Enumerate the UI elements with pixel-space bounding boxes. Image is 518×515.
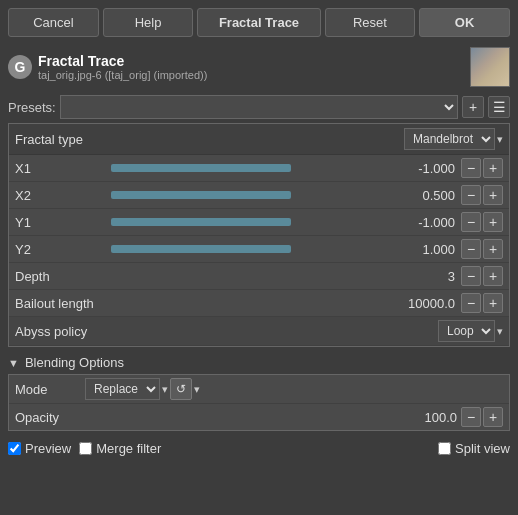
ok-button[interactable]: OK: [419, 8, 510, 37]
abyss-label: Abyss policy: [15, 324, 438, 339]
preview-checkbox[interactable]: [8, 442, 21, 455]
toolbar: Cancel Help Fractal Trace Reset OK: [0, 0, 518, 43]
presets-row: Presets: + ☰: [0, 91, 518, 123]
x1-minus-button[interactable]: −: [461, 158, 481, 178]
fractal-type-label: Fractal type: [15, 132, 404, 147]
bailout-minus-button[interactable]: −: [461, 293, 481, 313]
x2-value: 0.500: [297, 188, 461, 203]
split-view-label[interactable]: Split view: [438, 441, 510, 456]
y1-row: Y1 -1.000 − +: [9, 209, 509, 236]
cancel-button[interactable]: Cancel: [8, 8, 99, 37]
preview-checkbox-label[interactable]: Preview: [8, 441, 71, 456]
blend-mode-dropdown-icon: ▾: [162, 383, 168, 396]
bailout-row: Bailout length 10000.0 − +: [9, 290, 509, 317]
y1-plus-button[interactable]: +: [483, 212, 503, 232]
bailout-controls: − +: [461, 293, 503, 313]
depth-minus-button[interactable]: −: [461, 266, 481, 286]
x2-minus-button[interactable]: −: [461, 185, 481, 205]
blending-collapse-icon: ▼: [8, 357, 19, 369]
blend-mode-label: Mode: [15, 382, 85, 397]
opacity-plus-button[interactable]: +: [483, 407, 503, 427]
y2-row: Y2 1.000 − +: [9, 236, 509, 263]
depth-value: 3: [105, 269, 461, 284]
fractal-type-select[interactable]: Mandelbrot: [404, 128, 495, 150]
y2-slider[interactable]: [111, 245, 291, 253]
x2-controls: − +: [461, 185, 503, 205]
depth-plus-button[interactable]: +: [483, 266, 503, 286]
x1-label: X1: [15, 161, 105, 176]
fractal-type-dropdown-icon: ▾: [497, 133, 503, 146]
split-view-text: Split view: [455, 441, 510, 456]
blend-mode-row: Mode Replace ▾ ↺ ▾: [9, 375, 509, 404]
x2-slider[interactable]: [111, 191, 291, 199]
blending-title: Blending Options: [25, 355, 124, 370]
presets-menu-button[interactable]: ☰: [488, 96, 510, 118]
plugin-title: Fractal Trace: [38, 53, 470, 69]
x1-value: -1.000: [297, 161, 461, 176]
bailout-value: 10000.0: [105, 296, 461, 311]
y2-plus-button[interactable]: +: [483, 239, 503, 259]
thumbnail-image: [471, 48, 509, 86]
parameters-panel: Fractal type Mandelbrot ▾ X1 -1.000 − + …: [8, 123, 510, 347]
reset-button[interactable]: Reset: [325, 8, 416, 37]
blend-opacity-row: Opacity 100.0 − +: [9, 404, 509, 430]
x2-plus-button[interactable]: +: [483, 185, 503, 205]
y1-minus-button[interactable]: −: [461, 212, 481, 232]
y2-minus-button[interactable]: −: [461, 239, 481, 259]
plugin-subtitle: taj_orig.jpg-6 ([taj_orig] (imported)): [38, 69, 470, 81]
y2-label: Y2: [15, 242, 105, 257]
blend-opacity-value: 100.0: [85, 410, 461, 425]
preview-label: Preview: [25, 441, 71, 456]
merge-filter-checkbox[interactable]: [79, 442, 92, 455]
merge-filter-text: Merge filter: [96, 441, 161, 456]
title-block: Fractal Trace taj_orig.jpg-6 ([taj_orig]…: [38, 53, 470, 81]
opacity-controls: − +: [461, 407, 503, 427]
fractal-type-row: Fractal type Mandelbrot ▾: [9, 124, 509, 155]
x2-label: X2: [15, 188, 105, 203]
split-view-checkbox[interactable]: [438, 442, 451, 455]
blend-opacity-label: Opacity: [15, 410, 85, 425]
blend-mode-select[interactable]: Replace: [85, 378, 160, 400]
abyss-row: Abyss policy Loop ▾: [9, 317, 509, 346]
y1-controls: − +: [461, 212, 503, 232]
y1-value: -1.000: [297, 215, 461, 230]
presets-label: Presets:: [8, 100, 56, 115]
blend-mode-extra-icon: ▾: [194, 383, 200, 396]
x1-slider[interactable]: [111, 164, 291, 172]
merge-filter-label[interactable]: Merge filter: [79, 441, 161, 456]
y2-value: 1.000: [297, 242, 461, 257]
depth-label: Depth: [15, 269, 105, 284]
presets-select[interactable]: [60, 95, 458, 119]
x2-row: X2 0.500 − +: [9, 182, 509, 209]
opacity-minus-button[interactable]: −: [461, 407, 481, 427]
y1-label: Y1: [15, 215, 105, 230]
blending-panel: Mode Replace ▾ ↺ ▾ Opacity 100.0 − +: [8, 374, 510, 431]
abyss-select[interactable]: Loop: [438, 320, 495, 342]
gimp-icon: G: [8, 55, 32, 79]
abyss-dropdown-icon: ▾: [497, 325, 503, 338]
x1-row: X1 -1.000 − +: [9, 155, 509, 182]
x1-plus-button[interactable]: +: [483, 158, 503, 178]
y2-controls: − +: [461, 239, 503, 259]
x1-controls: − +: [461, 158, 503, 178]
y1-slider[interactable]: [111, 218, 291, 226]
fractal-trace-button[interactable]: Fractal Trace: [197, 8, 320, 37]
preview-row: Preview Merge filter Split view: [0, 435, 518, 462]
depth-row: Depth 3 − +: [9, 263, 509, 290]
blending-options-header[interactable]: ▼ Blending Options: [0, 351, 518, 374]
plugin-header: G Fractal Trace taj_orig.jpg-6 ([taj_ori…: [0, 43, 518, 91]
help-button[interactable]: Help: [103, 8, 194, 37]
bailout-label: Bailout length: [15, 296, 105, 311]
blend-mode-reset-button[interactable]: ↺: [170, 378, 192, 400]
image-thumbnail: [470, 47, 510, 87]
bailout-plus-button[interactable]: +: [483, 293, 503, 313]
depth-controls: − +: [461, 266, 503, 286]
presets-add-button[interactable]: +: [462, 96, 484, 118]
